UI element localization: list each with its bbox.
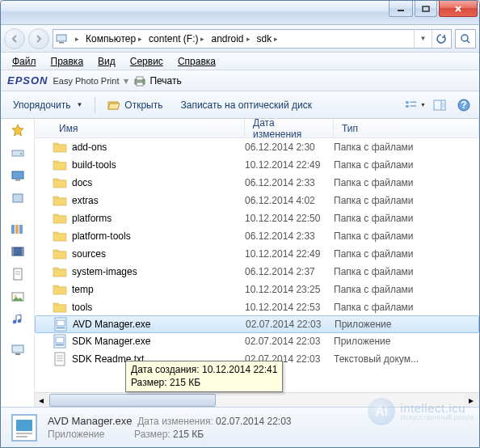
svg-rect-51 (16, 420, 32, 431)
organize-button[interactable]: Упорядочить▼ (6, 95, 90, 115)
libraries-icon[interactable] (10, 221, 26, 237)
sidebar-documents-icon[interactable] (10, 266, 26, 282)
breadcrumb-item[interactable]: content (F:)▸ (145, 30, 208, 48)
breadcrumb-item[interactable]: Компьютер▸ (82, 30, 145, 48)
file-name: build-tools (72, 159, 245, 171)
status-type: Приложение (48, 429, 104, 440)
svg-rect-5 (59, 42, 64, 44)
file-row[interactable]: platform-tools06.12.2014 2:33Папка с фай… (35, 227, 479, 245)
column-date[interactable]: Дата изменения (245, 119, 334, 137)
svg-point-11 (142, 80, 144, 82)
file-row[interactable]: system-images06.12.2014 2:37Папка с файл… (35, 263, 479, 281)
file-date: 06.12.2014 2:33 (245, 177, 334, 188)
computer-nav-icon[interactable] (10, 342, 26, 358)
breadcrumb-label: android (211, 33, 243, 44)
search-button[interactable] (455, 29, 476, 49)
epson-print-button[interactable]: Печать (133, 75, 181, 87)
file-type: Папка с файлами (334, 284, 479, 295)
file-date: 10.12.2014 23:25 (245, 284, 334, 295)
menu-edit[interactable]: Правка (44, 54, 91, 69)
file-date: 10.12.2014 22:49 (245, 248, 334, 260)
sidebar-videos-icon[interactable] (10, 243, 26, 260)
preview-pane-button[interactable] (429, 95, 450, 115)
close-button[interactable] (439, 1, 478, 17)
help-button[interactable]: ? (453, 95, 474, 115)
file-row[interactable]: SDK Manager.exe02.07.2014 22:03Приложени… (35, 332, 479, 350)
menu-view[interactable]: Вид (91, 54, 122, 69)
file-row[interactable]: build-tools10.12.2014 22:49Папка с файла… (35, 156, 479, 174)
status-filename: AVD Manager.exe (48, 415, 133, 427)
tooltip: Дата создания: 10.12.2014 22:41 Размер: … (125, 361, 283, 392)
scroll-left-button[interactable]: ◂ (35, 394, 48, 407)
file-name: SDK Manager.exe (72, 336, 245, 347)
breadcrumb-label: sdk (257, 33, 272, 44)
file-name: temp (72, 284, 245, 295)
maximize-button[interactable] (415, 1, 437, 17)
file-name: extras (72, 195, 245, 206)
nav-pane[interactable] (1, 119, 35, 407)
sidebar-desktop-icon[interactable] (10, 167, 26, 184)
file-name: docs (72, 177, 245, 188)
address-history-button[interactable]: ▼ (414, 30, 432, 48)
svg-rect-39 (15, 353, 20, 355)
sidebar-drive-icon[interactable] (10, 145, 26, 161)
menu-file[interactable]: Файл (6, 54, 43, 69)
toolbar-sep (95, 97, 95, 113)
menu-help[interactable]: Справка (171, 54, 222, 69)
status-size: 215 КБ (173, 429, 204, 440)
favorites-icon[interactable] (10, 122, 26, 138)
file-row[interactable]: extras06.12.2014 4:02Папка с файлами (35, 192, 479, 209)
svg-rect-14 (406, 105, 409, 108)
breadcrumb-sep[interactable]: ▸ (69, 30, 82, 48)
file-name: system-images (72, 266, 245, 277)
file-row[interactable]: platforms10.12.2014 22:50Папка с файлами (35, 209, 479, 227)
scroll-track[interactable] (49, 394, 465, 407)
breadcrumb-label: Компьютер (86, 33, 136, 44)
file-list[interactable]: add-ons06.12.2014 2:30Папка с файламиbui… (35, 138, 479, 392)
svg-rect-38 (12, 345, 23, 353)
svg-rect-30 (12, 247, 23, 256)
menu-tools[interactable]: Сервис (124, 54, 170, 69)
nav-forward-button[interactable] (28, 28, 49, 49)
epson-sublabel: Easy Photo Print (53, 76, 120, 86)
file-row[interactable]: add-ons06.12.2014 2:30Папка с файлами (35, 138, 479, 156)
organize-label: Упорядочить (13, 99, 70, 111)
refresh-icon (436, 33, 447, 44)
svg-rect-28 (15, 225, 19, 234)
svg-rect-31 (12, 247, 14, 256)
epson-toolbar: EPSON Easy Photo Print ▾ Печать (1, 70, 479, 91)
open-button[interactable]: Открыть (100, 95, 170, 115)
sidebar-music-icon[interactable] (10, 311, 26, 328)
file-date: 06.12.2014 4:02 (245, 195, 334, 206)
view-mode-button[interactable]: ▼ (405, 95, 426, 115)
file-row[interactable]: docs06.12.2014 2:33Папка с файлами (35, 174, 479, 192)
computer-icon (55, 32, 68, 45)
nav-back-button[interactable] (4, 28, 25, 49)
svg-rect-1 (423, 6, 429, 11)
horizontal-scrollbar[interactable]: ◂ ▸ (35, 392, 479, 407)
svg-rect-22 (12, 150, 23, 156)
minimize-button[interactable] (389, 1, 413, 17)
breadcrumb-item[interactable]: android▸ (208, 30, 253, 48)
refresh-button[interactable] (432, 30, 449, 48)
menubar: Файл Правка Вид Сервис Справка (1, 53, 479, 70)
svg-rect-4 (57, 35, 66, 41)
breadcrumb-item[interactable]: sdk▸ (254, 30, 282, 48)
svg-rect-46 (55, 353, 65, 366)
file-name: tools (72, 302, 245, 313)
column-type[interactable]: Тип (334, 119, 479, 137)
column-name[interactable]: Имя (35, 119, 245, 137)
address-bar[interactable]: ▸ Компьютер▸ content (F:)▸ android▸ sdk▸… (53, 29, 452, 49)
file-name: AVD Manager.exe (73, 319, 246, 330)
sidebar-pictures-icon[interactable] (10, 289, 26, 305)
burn-button[interactable]: Записать на оптический диск (173, 95, 319, 115)
file-row[interactable]: tools10.12.2014 22:53Папка с файлами (35, 298, 479, 316)
file-row[interactable]: temp10.12.2014 23:25Папка с файлами (35, 281, 479, 298)
details-pane: AVD Manager.exe Дата изменения: 02.07.20… (1, 407, 479, 447)
file-row[interactable]: sources10.12.2014 22:49Папка с файлами (35, 245, 479, 263)
sidebar-item[interactable] (10, 190, 26, 206)
scroll-right-button[interactable]: ▸ (464, 394, 478, 407)
svg-rect-24 (12, 171, 23, 179)
scroll-thumb[interactable] (49, 394, 216, 407)
file-row[interactable]: AVD Manager.exe02.07.2014 22:03Приложени… (35, 315, 479, 333)
